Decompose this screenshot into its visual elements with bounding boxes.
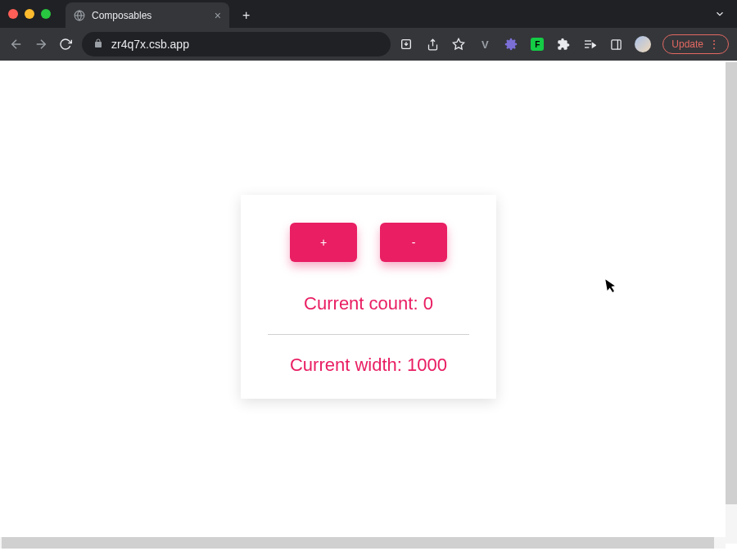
chevron-down-icon[interactable] [714, 8, 726, 23]
forward-button[interactable] [33, 36, 49, 52]
increment-button[interactable]: + [290, 223, 357, 262]
toolbar-actions: V F Update ⋮ [399, 34, 729, 54]
tab-bar: Composables × + [0, 0, 737, 28]
bookmark-star-icon[interactable] [451, 37, 466, 52]
minimize-window-button[interactable] [25, 9, 34, 19]
url-text: zr4q7x.csb.app [111, 38, 189, 51]
panel-icon[interactable] [608, 37, 623, 52]
counter-card: + - Current count: 0 Current width: 1000 [241, 195, 496, 399]
horizontal-scrollbar-thumb[interactable] [2, 537, 714, 549]
svg-marker-11 [593, 43, 596, 47]
browser-tab[interactable]: Composables × [66, 2, 229, 29]
svg-marker-6 [454, 38, 464, 49]
horizontal-scrollbar[interactable] [0, 537, 726, 549]
page-content: + - Current count: 0 Current width: 1000 [0, 61, 737, 549]
extensions-puzzle-icon[interactable] [556, 37, 571, 52]
update-label: Update [671, 38, 703, 50]
count-label: Current count: [304, 293, 418, 314]
extension-gear-icon[interactable] [504, 37, 518, 52]
window-controls [8, 9, 51, 19]
count-display: Current count: 0 [304, 293, 433, 314]
maximize-window-button[interactable] [41, 9, 51, 19]
width-display: Current width: 1000 [290, 355, 447, 376]
tab-title: Composables [92, 10, 208, 21]
decrement-button[interactable]: - [380, 223, 447, 262]
width-value: 1000 [407, 355, 447, 375]
browser-chrome: Composables × + zr4q7x.csb.app [0, 0, 737, 61]
width-label: Current width: [290, 355, 402, 375]
share-icon[interactable] [425, 37, 440, 52]
extension-v-icon[interactable]: V [477, 37, 492, 52]
vertical-scrollbar-thumb[interactable] [726, 62, 737, 504]
extension-f-icon[interactable]: F [530, 37, 545, 52]
close-tab-icon[interactable]: × [215, 9, 221, 22]
count-value: 0 [423, 293, 433, 314]
install-icon[interactable] [399, 37, 414, 52]
update-button[interactable]: Update ⋮ [662, 34, 729, 54]
profile-avatar[interactable] [635, 36, 651, 52]
toolbar: zr4q7x.csb.app V F [0, 28, 737, 61]
address-bar[interactable]: zr4q7x.csb.app [82, 32, 391, 56]
svg-rect-12 [612, 39, 621, 48]
cursor-icon [604, 278, 618, 296]
lock-icon [93, 38, 103, 51]
close-window-button[interactable] [8, 9, 18, 19]
menu-dots-icon: ⋮ [708, 38, 720, 50]
playlist-icon[interactable] [582, 37, 597, 52]
new-tab-button[interactable]: + [242, 8, 250, 23]
back-button[interactable] [8, 36, 25, 52]
divider [268, 334, 469, 335]
vertical-scrollbar[interactable] [726, 61, 737, 544]
globe-icon [74, 10, 85, 21]
button-row: + - [290, 223, 447, 262]
reload-button[interactable] [57, 36, 74, 52]
